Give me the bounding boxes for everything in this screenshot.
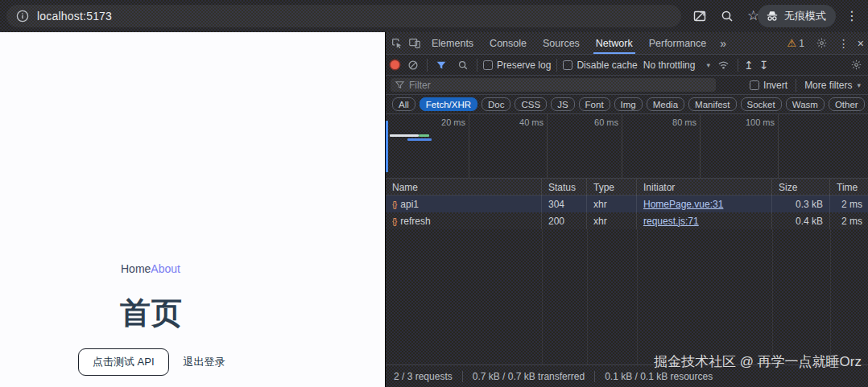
chip-doc[interactable]: Doc — [482, 97, 510, 111]
tab-elements[interactable]: Elements — [424, 32, 481, 54]
chip-socket[interactable]: Socket — [741, 97, 782, 111]
column-divider[interactable] — [542, 229, 543, 364]
column-divider[interactable] — [830, 229, 831, 364]
overview-window-handle[interactable] — [386, 121, 388, 172]
url-text[interactable]: localhost:5173 — [37, 10, 112, 23]
page-nav: HomeAbout — [121, 262, 180, 275]
request-type: xhr — [587, 212, 637, 229]
search-network-icon[interactable] — [455, 57, 471, 73]
more-filters-dropdown[interactable]: More filters ▾ — [804, 80, 864, 91]
chevron-down-icon: ▾ — [706, 61, 710, 69]
disable-cache-label: Disable cache — [577, 60, 637, 71]
table-row[interactable]: {} api1 304 xhr HomePage.vue:31 0.3 kB 2… — [386, 196, 868, 212]
timeline-tick: 80 ms — [640, 117, 696, 127]
throttling-select[interactable]: No throttling ▾ — [643, 60, 710, 71]
network-conditions-icon[interactable] — [716, 57, 732, 73]
preserve-log-checkbox[interactable]: Preserve log — [483, 60, 551, 71]
page-buttons: 点击测试 API 退出登录 — [78, 348, 229, 376]
tab-sources[interactable]: Sources — [535, 32, 587, 54]
browser-menu-icon[interactable]: ⋮ — [845, 7, 858, 25]
summary-transferred: 0.7 kB / 0.7 kB transferred — [462, 371, 594, 382]
request-size: 0.4 kB — [772, 212, 830, 229]
invert-checkbox[interactable]: Invert — [750, 80, 787, 91]
watermark-text: 掘金技术社区 @ 再学一点就睡Orz — [654, 352, 862, 371]
column-header-type[interactable]: Type — [587, 179, 637, 196]
waterfall-bar — [390, 134, 419, 137]
device-toolbar-icon[interactable] — [407, 35, 423, 51]
timeline-tick: 20 ms — [409, 117, 465, 127]
request-status: 304 — [542, 196, 587, 212]
chip-media[interactable]: Media — [647, 97, 684, 111]
summary-resources: 0.1 kB / 0.1 kB resources — [594, 371, 722, 382]
issues-count: 1 — [799, 38, 804, 49]
send-icon[interactable] — [692, 9, 707, 23]
checkbox-icon — [563, 60, 572, 70]
json-braces-icon: {} — [392, 200, 396, 209]
toolbar-separator — [796, 79, 796, 92]
nav-link-about[interactable]: About — [151, 262, 180, 275]
checkbox-icon — [750, 80, 759, 90]
toolbar-separator — [477, 59, 477, 72]
address-bar[interactable]: localhost:5173 — [6, 5, 681, 27]
initiator-link[interactable]: request.js:71 — [643, 216, 699, 227]
close-devtools-icon[interactable]: × — [858, 38, 864, 49]
browser-toolbar: localhost:5173 ☆ 无痕模式 ⋮ — [0, 0, 868, 32]
network-toolbar: Preserve log Disable cache No throttling… — [386, 55, 868, 76]
column-divider[interactable] — [587, 229, 588, 364]
chip-img[interactable]: Img — [614, 97, 643, 111]
nav-link-home[interactable]: Home — [121, 262, 151, 275]
inspect-element-icon[interactable] — [389, 35, 405, 51]
chip-manifest[interactable]: Manifest — [688, 97, 736, 111]
import-har-icon[interactable]: ↥ — [744, 60, 754, 71]
column-header-size[interactable]: Size — [772, 179, 830, 196]
tab-performance[interactable]: Performance — [642, 32, 714, 54]
column-header-initiator[interactable]: Initiator — [637, 179, 772, 196]
tab-console[interactable]: Console — [482, 32, 534, 54]
settings-gear-icon[interactable] — [814, 35, 830, 51]
logout-button[interactable]: 退出登录 — [180, 349, 229, 375]
request-time: 2 ms — [830, 196, 868, 212]
incognito-label: 无痕模式 — [784, 9, 826, 23]
chip-all[interactable]: All — [392, 97, 415, 111]
throttling-value: No throttling — [643, 60, 696, 71]
chip-wasm[interactable]: Wasm — [786, 97, 825, 111]
column-divider[interactable] — [772, 229, 773, 364]
toolbar-separator — [556, 59, 557, 72]
column-header-status[interactable]: Status — [542, 179, 587, 196]
toolbar-separator — [738, 59, 738, 72]
chip-js[interactable]: JS — [551, 97, 574, 111]
network-overview-timeline[interactable]: 20 ms 40 ms 60 ms 80 ms 100 ms — [386, 114, 868, 179]
test-api-button[interactable]: 点击测试 API — [78, 348, 169, 376]
clear-network-icon[interactable] — [405, 57, 421, 73]
chip-fetch-xhr[interactable]: Fetch/XHR — [420, 97, 477, 111]
initiator-link[interactable]: HomePage.vue:31 — [643, 199, 723, 210]
issues-badge[interactable]: ⚠ 1 — [787, 37, 804, 49]
site-info-icon[interactable] — [16, 10, 29, 23]
chip-css[interactable]: CSS — [515, 97, 547, 111]
tab-network[interactable]: Network — [589, 32, 640, 54]
devtools-panel: Elements Console Sources Network Perform… — [385, 32, 868, 387]
devtools-menu-icon[interactable]: ⋮ — [838, 38, 849, 49]
warning-icon: ⚠ — [787, 37, 796, 49]
disable-cache-checkbox[interactable]: Disable cache — [563, 60, 637, 71]
waterfall-bar — [419, 134, 429, 137]
chip-other[interactable]: Other — [829, 97, 865, 111]
record-network-icon[interactable] — [391, 60, 399, 69]
filter-input[interactable]: Filter — [391, 78, 716, 92]
more-tabs-icon[interactable]: » — [715, 37, 731, 50]
network-settings-gear-icon[interactable] — [848, 57, 864, 73]
column-header-time[interactable]: Time — [830, 179, 868, 196]
app-page: HomeAbout 首页 点击测试 API 退出登录 — [0, 32, 385, 387]
incognito-icon — [765, 9, 779, 23]
toolbar-separator — [427, 59, 428, 72]
request-type-filters: All Fetch/XHR Doc CSS JS Font Img Media … — [386, 95, 868, 114]
chip-font[interactable]: Font — [579, 97, 610, 111]
export-har-icon[interactable]: ↧ — [759, 60, 769, 71]
search-icon[interactable] — [720, 9, 734, 23]
column-header-name[interactable]: Name — [386, 179, 542, 196]
timeline-gridline — [778, 114, 779, 178]
timeline-gridline — [469, 114, 469, 178]
table-row[interactable]: {} refresh 200 xhr request.js:71 0.4 kB … — [386, 212, 868, 229]
filter-funnel-icon[interactable] — [433, 57, 449, 73]
column-divider[interactable] — [637, 229, 638, 364]
